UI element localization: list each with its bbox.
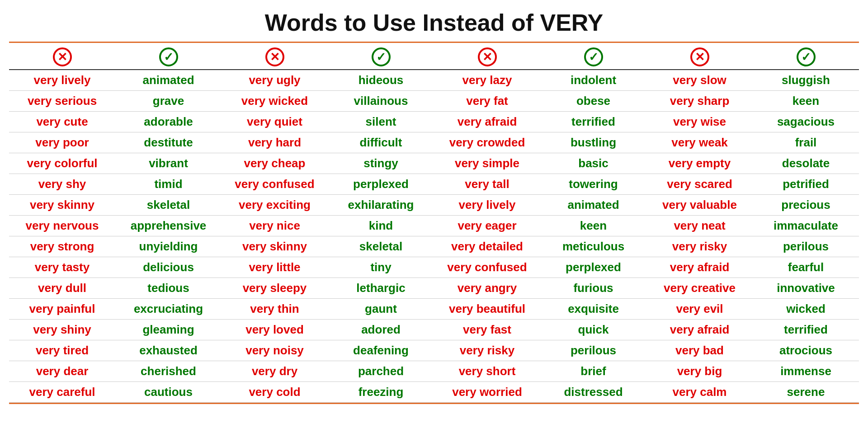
cell-r12-c3: adored <box>328 320 434 340</box>
cell-r5-c2: very confused <box>222 174 328 195</box>
vocabulary-table: ✕ ✓ ✕ ✓ ✕ ✓ ✕ ✓ very livelyanimatedvery … <box>9 43 859 403</box>
cell-r3-c1: destitute <box>115 132 222 153</box>
cell-r9-c4: very confused <box>434 257 540 278</box>
cell-r13-c2: very noisy <box>222 340 328 361</box>
header-icon-1: ✕ <box>9 43 115 70</box>
cell-r10-c4: very angry <box>434 278 540 299</box>
cell-r4-c0: very colorful <box>9 153 115 174</box>
cell-r7-c7: immaculate <box>753 216 859 236</box>
cell-r13-c4: very risky <box>434 340 540 361</box>
cell-r2-c6: very wise <box>646 112 753 132</box>
cell-r8-c5: meticulous <box>540 236 646 257</box>
cell-r10-c0: very dull <box>9 278 115 299</box>
cell-r12-c6: very afraid <box>646 320 753 340</box>
cell-r12-c1: gleaming <box>115 320 222 340</box>
table-row: very cuteadorablevery quietsilentvery af… <box>9 112 859 132</box>
cell-r3-c7: frail <box>753 132 859 153</box>
cell-r6-c2: very exciting <box>222 195 328 216</box>
cell-r5-c1: timid <box>115 174 222 195</box>
cell-r7-c1: apprehensive <box>115 216 222 236</box>
cell-r11-c1: excruciating <box>115 299 222 320</box>
cell-r1-c6: very sharp <box>646 91 753 112</box>
cell-r6-c0: very skinny <box>9 195 115 216</box>
cell-r2-c2: very quiet <box>222 112 328 132</box>
table-row: very tiredexhaustedvery noisydeafeningve… <box>9 340 859 361</box>
table-row: very skinnyskeletalvery excitingexhilara… <box>9 195 859 216</box>
cell-r6-c1: skeletal <box>115 195 222 216</box>
cell-r15-c5: distressed <box>540 382 646 403</box>
cell-r12-c2: very loved <box>222 320 328 340</box>
cell-r8-c7: perilous <box>753 236 859 257</box>
check-icon-3: ✓ <box>584 47 603 66</box>
cell-r0-c6: very slow <box>646 70 753 91</box>
cell-r4-c3: stingy <box>328 153 434 174</box>
cell-r11-c7: wicked <box>753 299 859 320</box>
cell-r6-c6: very valuable <box>646 195 753 216</box>
cell-r1-c3: villainous <box>328 91 434 112</box>
cell-r2-c5: terrified <box>540 112 646 132</box>
cell-r13-c3: deafening <box>328 340 434 361</box>
table-row: very shinygleamingvery lovedadoredvery f… <box>9 320 859 340</box>
cell-r8-c3: skeletal <box>328 236 434 257</box>
check-icon-1: ✓ <box>159 47 178 66</box>
cell-r7-c2: very nice <box>222 216 328 236</box>
table-row: very seriousgravevery wickedvillainousve… <box>9 91 859 112</box>
cell-r5-c4: very tall <box>434 174 540 195</box>
cell-r1-c7: keen <box>753 91 859 112</box>
x-icon-4: ✕ <box>690 47 709 66</box>
header-icon-6: ✓ <box>540 43 646 70</box>
x-icon-2: ✕ <box>265 47 284 66</box>
header-row: ✕ ✓ ✕ ✓ ✕ ✓ ✕ ✓ <box>9 43 859 70</box>
cell-r9-c5: perplexed <box>540 257 646 278</box>
cell-r13-c6: very bad <box>646 340 753 361</box>
cell-r0-c2: very ugly <box>222 70 328 91</box>
table-row: very strongunyieldingvery skinnyskeletal… <box>9 236 859 257</box>
cell-r10-c5: furious <box>540 278 646 299</box>
cell-r12-c4: very fast <box>434 320 540 340</box>
cell-r13-c7: atrocious <box>753 340 859 361</box>
cell-r6-c5: animated <box>540 195 646 216</box>
cell-r11-c4: very beautiful <box>434 299 540 320</box>
cell-r12-c0: very shiny <box>9 320 115 340</box>
cell-r12-c5: quick <box>540 320 646 340</box>
cell-r3-c4: very crowded <box>434 132 540 153</box>
cell-r1-c2: very wicked <box>222 91 328 112</box>
cell-r6-c7: precious <box>753 195 859 216</box>
cell-r2-c3: silent <box>328 112 434 132</box>
x-icon-3: ✕ <box>478 47 497 66</box>
cell-r11-c2: very thin <box>222 299 328 320</box>
cell-r15-c1: cautious <box>115 382 222 403</box>
cell-r14-c7: immense <box>753 361 859 382</box>
cell-r14-c3: parched <box>328 361 434 382</box>
cell-r8-c6: very risky <box>646 236 753 257</box>
cell-r5-c6: very scared <box>646 174 753 195</box>
cell-r15-c7: serene <box>753 382 859 403</box>
cell-r2-c0: very cute <box>9 112 115 132</box>
cell-r7-c3: kind <box>328 216 434 236</box>
cell-r2-c4: very afraid <box>434 112 540 132</box>
cell-r0-c4: very lazy <box>434 70 540 91</box>
table-row: very dearcherishedvery dryparchedvery sh… <box>9 361 859 382</box>
cell-r11-c0: very painful <box>9 299 115 320</box>
check-icon-4: ✓ <box>797 47 816 66</box>
cell-r10-c1: tedious <box>115 278 222 299</box>
cell-r4-c6: very empty <box>646 153 753 174</box>
cell-r10-c7: innovative <box>753 278 859 299</box>
cell-r8-c0: very strong <box>9 236 115 257</box>
table-row: very poordestitutevery harddifficultvery… <box>9 132 859 153</box>
cell-r7-c6: very neat <box>646 216 753 236</box>
cell-r1-c0: very serious <box>9 91 115 112</box>
table-row: very nervousapprehensivevery nicekindver… <box>9 216 859 236</box>
cell-r13-c5: perilous <box>540 340 646 361</box>
page-title: Words to Use Instead of VERY <box>265 9 603 36</box>
table-row: very dulltediousvery sleepylethargicvery… <box>9 278 859 299</box>
cell-r14-c6: very big <box>646 361 753 382</box>
header-icon-4: ✓ <box>328 43 434 70</box>
header-icon-2: ✓ <box>115 43 222 70</box>
cell-r15-c6: very calm <box>646 382 753 403</box>
main-table-wrapper: ✕ ✓ ✕ ✓ ✕ ✓ ✕ ✓ very livelyanimatedvery … <box>9 42 859 404</box>
table-row: very carefulcautiousvery coldfreezingver… <box>9 382 859 403</box>
cell-r7-c4: very eager <box>434 216 540 236</box>
table-body: very livelyanimatedvery uglyhideousvery … <box>9 70 859 403</box>
cell-r0-c5: indolent <box>540 70 646 91</box>
